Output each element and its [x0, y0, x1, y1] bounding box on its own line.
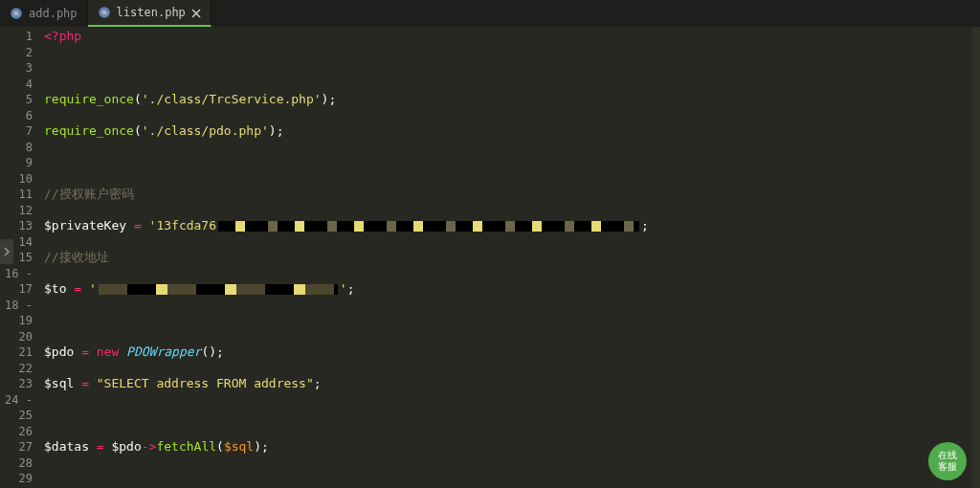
- svg-text:🐘: 🐘: [100, 10, 107, 16]
- close-icon[interactable]: [191, 8, 201, 17]
- elephant-icon: 🐘: [98, 6, 111, 19]
- tab-listen-php[interactable]: 🐘 listen.php: [88, 0, 212, 27]
- panel-expand-handle[interactable]: [0, 239, 13, 264]
- elephant-icon: 🐘: [10, 7, 23, 20]
- tab-add-php[interactable]: 🐘 add.php: [0, 0, 88, 27]
- editor-area: 12345678910111213141516 -1718 -192021222…: [0, 27, 980, 488]
- minimap[interactable]: [972, 27, 980, 488]
- tab-bar: 🐘 add.php 🐘 listen.php: [0, 0, 980, 27]
- code-content[interactable]: <?php require_once('./class/TrcService.p…: [40, 27, 972, 488]
- tab-label: listen.php: [117, 6, 186, 19]
- tab-label: add.php: [29, 7, 78, 20]
- redacted-key: [218, 221, 639, 232]
- support-badge-label: 在线 客服: [938, 450, 957, 473]
- svg-text:🐘: 🐘: [13, 11, 20, 17]
- redacted-address: [99, 284, 338, 295]
- support-badge[interactable]: 在线 客服: [928, 442, 967, 480]
